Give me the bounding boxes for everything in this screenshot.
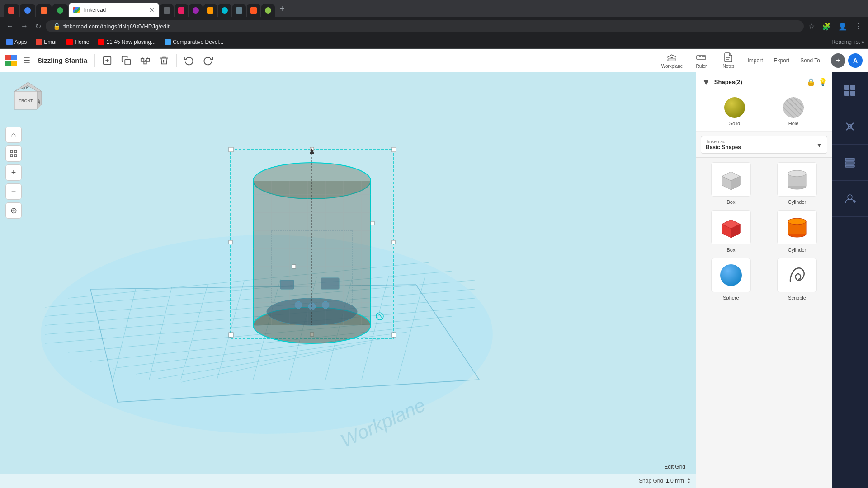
user-avatar[interactable]: A: [848, 53, 863, 68]
panel-lock-button[interactable]: 🔒: [807, 78, 816, 86]
delete-button[interactable]: [156, 52, 173, 69]
tab-9[interactable]: [218, 4, 231, 17]
hole-option[interactable]: Hole: [783, 97, 804, 126]
tab-tinkercad-prev[interactable]: [4, 4, 19, 17]
tab-12[interactable]: [261, 4, 275, 17]
zoom-out-button[interactable]: −: [5, 183, 22, 200]
redo-button[interactable]: [199, 52, 217, 69]
nav-back-button[interactable]: ←: [4, 20, 16, 32]
svg-rect-44: [392, 147, 396, 152]
box-grey-label: Box: [727, 199, 736, 205]
tab-active[interactable]: Tinkercad ✕: [69, 3, 159, 17]
panel-bulb-button[interactable]: 💡: [818, 78, 827, 86]
add-user-button[interactable]: +: [831, 53, 845, 68]
svg-rect-116: [845, 162, 854, 164]
tab-3[interactable]: [36, 4, 52, 17]
import-button[interactable]: Import: [742, 53, 768, 68]
hamburger-button[interactable]: ☰: [21, 54, 32, 67]
edit-grid-button[interactable]: Edit Grid: [660, 462, 689, 472]
view-cube[interactable]: FRONT TOP LEFT: [5, 78, 46, 118]
svg-point-107: [788, 218, 806, 225]
nav-forward-button[interactable]: →: [18, 20, 31, 32]
right-nav-tabs: Workplane Ruler No: [656, 49, 826, 72]
cylinder-orange-thumb: [777, 210, 817, 244]
bookmark-home[interactable]: Home: [64, 38, 92, 46]
bookmark-nowplaying[interactable]: 11:45 Now playing...: [95, 38, 158, 46]
zoom-in-button[interactable]: +: [5, 164, 22, 181]
snap-value-stepper[interactable]: ▲ ▼: [687, 477, 691, 485]
tab-favicon-5: [164, 7, 170, 14]
sphere-blue-label: Sphere: [723, 295, 739, 300]
bookmark-home-label: Home: [75, 39, 89, 45]
tab-chrome[interactable]: [20, 4, 35, 17]
bookmark-email[interactable]: Email: [33, 38, 60, 46]
address-bar[interactable]: 🔒 tinkercad.com/things/dNq69XVHPJg/edit: [46, 20, 804, 32]
svg-point-75: [322, 301, 329, 309]
workplane-icon: [666, 52, 677, 63]
group-button[interactable]: [137, 52, 154, 69]
snap-down-arrow[interactable]: ▼: [687, 481, 691, 485]
shape-type-options: Solid Hole: [696, 92, 832, 132]
tab-favicon-7: [193, 7, 199, 14]
shape-sphere-blue[interactable]: Sphere: [701, 258, 761, 300]
shape-cylinder-orange[interactable]: Cylinder: [767, 210, 827, 253]
tab-11[interactable]: [247, 4, 260, 17]
svg-rect-89: [10, 155, 13, 157]
tab-7[interactable]: [189, 4, 203, 17]
tab-6[interactable]: [175, 4, 188, 17]
hole-circle: [783, 97, 804, 118]
bookmark-button[interactable]: ☆: [806, 20, 817, 33]
shape-box-grey[interactable]: Box: [701, 162, 761, 205]
panel-collapse-button[interactable]: ▼: [701, 76, 712, 88]
tab-close-icon[interactable]: ✕: [149, 6, 155, 14]
menu-button[interactable]: ⋮: [852, 20, 864, 33]
tab-10[interactable]: [232, 4, 246, 17]
svg-rect-5: [146, 58, 149, 61]
svg-rect-3: [125, 59, 130, 65]
ruler-button[interactable]: Ruler: [688, 49, 715, 72]
shape-box-red[interactable]: Box: [701, 210, 761, 253]
nav-refresh-button[interactable]: ↻: [33, 20, 44, 33]
ruler-icon: [696, 52, 707, 63]
bookmark-apps[interactable]: Apps: [4, 38, 29, 46]
tinkercad-logo[interactable]: [5, 55, 17, 66]
fit-all-button[interactable]: [5, 145, 22, 162]
tc-sidebar-layers[interactable]: [832, 145, 868, 181]
export-button[interactable]: Export: [768, 53, 795, 68]
shape-scribble[interactable]: Scribble: [767, 258, 827, 300]
layers-icon: [844, 156, 856, 169]
bookmark-comparative[interactable]: Comparative Devel...: [162, 38, 226, 46]
catalog-dropdown[interactable]: Tinkercad Basic Shapes ▼: [701, 136, 827, 154]
tc-sidebar-tools[interactable]: [832, 108, 868, 145]
shape-cylinder-grey[interactable]: Cylinder: [767, 162, 827, 205]
notes-icon: [723, 52, 734, 63]
copy-button[interactable]: [118, 52, 135, 69]
new-shape-button[interactable]: [99, 52, 116, 69]
3d-model[interactable]: [217, 140, 407, 368]
tab-favicon-4: [57, 7, 63, 14]
tab-favicon-11: [250, 7, 257, 14]
tc-sidebar-user[interactable]: [832, 181, 868, 217]
tab-favicon-8: [207, 7, 213, 14]
svg-rect-42: [229, 147, 233, 152]
tab-5[interactable]: [160, 4, 174, 17]
workplane-button[interactable]: Workplane: [656, 49, 688, 72]
svg-text:LEFT: LEFT: [37, 97, 40, 105]
more-tools-button[interactable]: ⊕: [5, 202, 22, 219]
solid-option[interactable]: Solid: [724, 97, 745, 126]
new-tab-button[interactable]: +: [276, 4, 288, 14]
svg-rect-79: [292, 265, 296, 268]
profile-button[interactable]: 👤: [835, 20, 850, 33]
box-red-label: Box: [727, 247, 736, 253]
send-to-button[interactable]: Send To: [795, 53, 826, 68]
undo-button[interactable]: [180, 52, 198, 69]
home-view-button[interactable]: ⌂: [5, 127, 22, 143]
tab-8[interactable]: [203, 4, 217, 17]
extensions-button[interactable]: 🧩: [819, 20, 834, 33]
tab-4[interactable]: [52, 4, 68, 17]
cylinder-orange-label: Cylinder: [788, 247, 806, 253]
notes-button[interactable]: Notes: [715, 49, 742, 72]
solid-label: Solid: [729, 121, 740, 126]
reading-list-button[interactable]: Reading list »: [831, 39, 864, 45]
tc-sidebar-grid[interactable]: [832, 72, 868, 108]
